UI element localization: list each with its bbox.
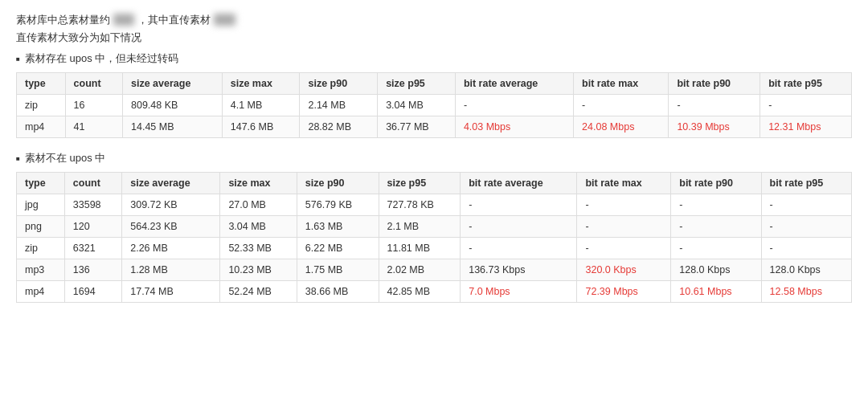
cell-bit_rate_average: 136.73 Kbps [461, 259, 577, 281]
cell-type: mp3 [17, 259, 65, 281]
col-size-max: size max [220, 173, 297, 194]
cell-count: 1694 [64, 281, 121, 303]
cell-size_p90: 1.63 MB [297, 216, 379, 238]
table-row: mp4169417.74 MB52.24 MB38.66 MB42.85 MB7… [17, 281, 852, 303]
cell-size_max: 3.04 MB [220, 216, 297, 238]
table-row: zip16809.48 KB4.1 MB2.14 MB3.04 MB---- [17, 95, 852, 116]
col-bitrate-p90: bit rate p90 [671, 173, 761, 194]
cell-size_p95: 36.77 MB [378, 116, 456, 138]
cell-size_max: 10.23 MB [220, 259, 297, 281]
cell-bit_rate_p95: 12.58 Mbps [761, 281, 851, 303]
cell-size_max: 27.0 MB [220, 194, 297, 216]
cell-size_max: 52.33 MB [220, 238, 297, 259]
section2-title: 素材不在 upos 中 [16, 151, 852, 165]
cell-bit_rate_average: - [461, 194, 577, 216]
cell-size_p90: 6.22 MB [297, 238, 379, 259]
col-size-avg: size average [122, 173, 220, 194]
header: 素材库中总素材量约 ██ ▪ ，其中直传素材 ███ 直传素材大致分为如下情况 [16, 13, 852, 45]
cell-type: png [17, 216, 65, 238]
cell-bit_rate_max: 24.08 Mbps [574, 116, 669, 138]
cell-bit_rate_p90: 128.0 Kbps [671, 259, 761, 281]
col-bitrate-max: bit rate max [574, 73, 669, 95]
cell-size_p90: 1.75 MB [297, 259, 379, 281]
cell-type: zip [17, 238, 65, 259]
cell-size_p95: 2.02 MB [379, 259, 461, 281]
cell-bit_rate_p90: - [671, 238, 761, 259]
cell-bit_rate_average: 4.03 Mbps [455, 116, 573, 138]
col-bitrate-p95: bit rate p95 [761, 173, 851, 194]
cell-size_average: 1.28 MB [122, 259, 220, 281]
cell-count: 136 [64, 259, 121, 281]
cell-count: 33598 [64, 194, 121, 216]
blurred-value-2: ███ [214, 14, 236, 26]
cell-type: mp4 [17, 281, 65, 303]
cell-bit_rate_p95: - [761, 216, 851, 238]
section-upos-not-exists: 素材不在 upos 中 type count size average size… [16, 151, 852, 303]
section1-table: type count size average size max size p9… [16, 72, 852, 138]
blurred-value-1: ██ ▪ [113, 14, 135, 26]
cell-size_average: 309.72 KB [122, 194, 220, 216]
cell-bit_rate_p90: - [671, 194, 761, 216]
cell-bit_rate_p95: - [760, 95, 852, 116]
cell-bit_rate_average: - [461, 216, 577, 238]
cell-bit_rate_p95: 128.0 Kbps [761, 259, 851, 281]
cell-bit_rate_max: - [577, 216, 671, 238]
cell-size_p90: 38.66 MB [297, 281, 379, 303]
cell-size_average: 564.23 KB [122, 216, 220, 238]
cell-count: 41 [65, 116, 122, 138]
table-row: jpg33598309.72 KB27.0 MB576.79 KB727.78 … [17, 194, 852, 216]
cell-bit_rate_p90: 10.39 Mbps [669, 116, 760, 138]
cell-size_average: 14.45 MB [123, 116, 223, 138]
section2-table: type count size average size max size p9… [16, 172, 852, 303]
cell-size_p90: 28.82 MB [300, 116, 378, 138]
header-line1: 素材库中总素材量约 ██ ▪ ，其中直传素材 ███ [16, 13, 852, 27]
header-prefix: 素材库中总素材量约 [16, 14, 110, 26]
table-row: mp44114.45 MB147.6 MB28.82 MB36.77 MB4.0… [17, 116, 852, 138]
cell-size_max: 52.24 MB [220, 281, 297, 303]
cell-type: mp4 [17, 116, 66, 138]
col-count: count [64, 173, 121, 194]
col-size-p90: size p90 [297, 173, 379, 194]
col-bitrate-max: bit rate max [577, 173, 671, 194]
cell-bit_rate_max: 72.39 Mbps [577, 281, 671, 303]
header-mid: ，其中直传素材 [137, 14, 211, 26]
sub-header: 直传素材大致分为如下情况 [16, 31, 852, 45]
cell-size_average: 2.26 MB [122, 238, 220, 259]
col-count: count [65, 73, 122, 95]
col-bitrate-p90: bit rate p90 [669, 73, 760, 95]
cell-count: 120 [64, 216, 121, 238]
cell-size_average: 17.74 MB [122, 281, 220, 303]
cell-size_p95: 42.85 MB [379, 281, 461, 303]
cell-size_max: 147.6 MB [222, 116, 300, 138]
col-type: type [17, 73, 66, 95]
cell-size_p90: 2.14 MB [300, 95, 378, 116]
cell-count: 16 [65, 95, 122, 116]
cell-bit_rate_p90: - [669, 95, 760, 116]
cell-bit_rate_p95: - [761, 238, 851, 259]
cell-bit_rate_p95: 12.31 Mbps [760, 116, 852, 138]
col-bitrate-avg: bit rate average [461, 173, 577, 194]
col-type: type [17, 173, 65, 194]
cell-size_average: 809.48 KB [123, 95, 223, 116]
cell-bit_rate_p90: - [671, 216, 761, 238]
cell-size_p95: 2.1 MB [379, 216, 461, 238]
cell-type: zip [17, 95, 66, 116]
cell-bit_rate_average: - [461, 238, 577, 259]
cell-bit_rate_average: 7.0 Mbps [461, 281, 577, 303]
cell-bit_rate_max: 320.0 Kbps [577, 259, 671, 281]
section-upos-exists: 素材存在 upos 中，但未经过转码 type count size avera… [16, 51, 852, 138]
cell-bit_rate_max: - [574, 95, 669, 116]
cell-count: 6321 [64, 238, 121, 259]
cell-size_max: 4.1 MB [222, 95, 300, 116]
table-row: mp31361.28 MB10.23 MB1.75 MB2.02 MB136.7… [17, 259, 852, 281]
section1-title: 素材存在 upos 中，但未经过转码 [16, 51, 852, 66]
cell-bit_rate_p95: - [761, 194, 851, 216]
cell-bit_rate_p90: 10.61 Mbps [671, 281, 761, 303]
cell-bit_rate_max: - [577, 194, 671, 216]
col-size-p95: size p95 [379, 173, 461, 194]
col-bitrate-avg: bit rate average [455, 73, 573, 95]
cell-size_p95: 727.78 KB [379, 194, 461, 216]
cell-type: jpg [17, 194, 65, 216]
cell-size_p95: 11.81 MB [379, 238, 461, 259]
cell-bit_rate_average: - [455, 95, 573, 116]
